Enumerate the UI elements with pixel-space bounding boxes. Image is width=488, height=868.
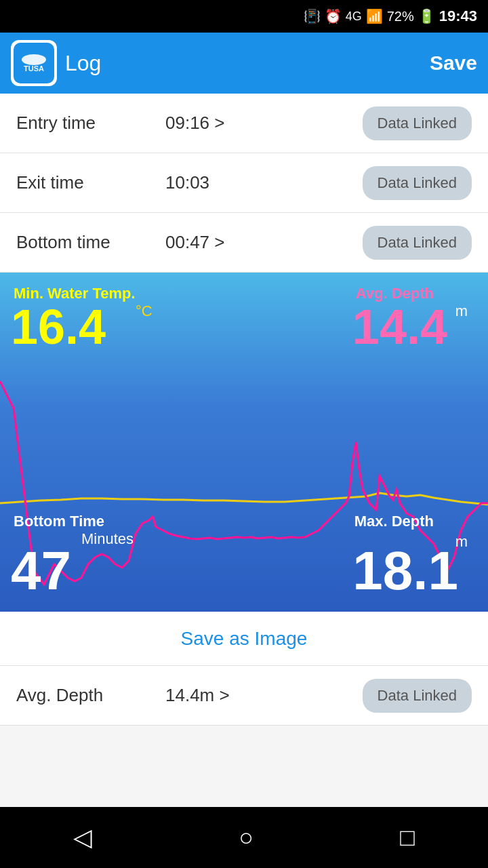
min-water-temp-unit: °C: [136, 302, 152, 320]
avg-depth-chart-value: 14.4: [352, 302, 447, 351]
recent-apps-button[interactable]: □: [373, 816, 442, 859]
header-title: Log: [65, 51, 101, 76]
avg-depth-row-value: 14.4m >: [165, 685, 363, 706]
app-header: TUSA Log Save: [0, 33, 488, 94]
exit-time-label: Exit time: [16, 172, 165, 193]
max-depth-label: Max. Depth: [354, 513, 434, 530]
header-left: TUSA Log: [11, 40, 101, 86]
exit-time-data-linked-button[interactable]: Data Linked: [363, 166, 472, 200]
app-logo: TUSA: [11, 40, 57, 86]
save-button[interactable]: Save: [430, 52, 477, 75]
bottom-nav: ◁ ○ □: [0, 807, 488, 868]
bottom-time-data-linked-button[interactable]: Data Linked: [363, 226, 472, 260]
save-image-link[interactable]: Save as Image: [181, 628, 308, 650]
data-icon: 4G: [346, 9, 362, 24]
chart-bottom-time-label: Bottom Time: [14, 513, 104, 530]
tusa-logo-graphic: TUSA: [20, 53, 47, 73]
vibrate-icon: 📳: [304, 8, 321, 24]
bottom-time-value: 00:47 >: [165, 232, 363, 253]
avg-depth-data-linked-button[interactable]: Data Linked: [363, 679, 472, 713]
exit-time-row: Exit time 10:03 Data Linked: [0, 153, 488, 213]
save-image-row: Save as Image: [0, 612, 488, 666]
status-icons: 📳 ⏰ 4G 📶 72% 🔋 19:43: [304, 7, 477, 25]
svg-text:TUSA: TUSA: [24, 64, 44, 73]
bottom-time-label: Bottom time: [16, 232, 165, 253]
chart-bottom-time-value: 47: [11, 544, 71, 598]
alarm-icon: ⏰: [325, 8, 342, 24]
battery-icon: 🔋: [418, 8, 435, 24]
entry-time-value: 09:16 >: [165, 113, 363, 134]
battery-text: 72%: [387, 9, 414, 24]
entry-time-row: Entry time 09:16 > Data Linked: [0, 94, 488, 153]
signal-icon: 📶: [366, 8, 383, 24]
max-depth-value: 18.1: [352, 544, 458, 598]
time-display: 19:43: [439, 7, 477, 25]
svg-point-0: [22, 54, 46, 65]
home-button[interactable]: ○: [211, 816, 281, 859]
bottom-time-row: Bottom time 00:47 > Data Linked: [0, 213, 488, 273]
avg-depth-row-label: Avg. Depth: [16, 685, 165, 706]
avg-depth-row: Avg. Depth 14.4m > Data Linked: [0, 666, 488, 726]
exit-time-value: 10:03: [165, 172, 363, 193]
min-water-temp-value: 16.4: [11, 302, 106, 351]
status-bar: 📳 ⏰ 4G 📶 72% 🔋 19:43: [0, 0, 488, 33]
chart-bottom-time-sublabel: Minutes: [81, 530, 134, 548]
dive-chart: Min. Water Temp. °C 16.4 Avg. Depth m 14…: [0, 273, 488, 612]
avg-depth-chart-unit: m: [455, 302, 468, 320]
entry-time-data-linked-button[interactable]: Data Linked: [363, 106, 472, 140]
entry-time-label: Entry time: [16, 113, 165, 134]
back-button[interactable]: ◁: [46, 816, 119, 859]
